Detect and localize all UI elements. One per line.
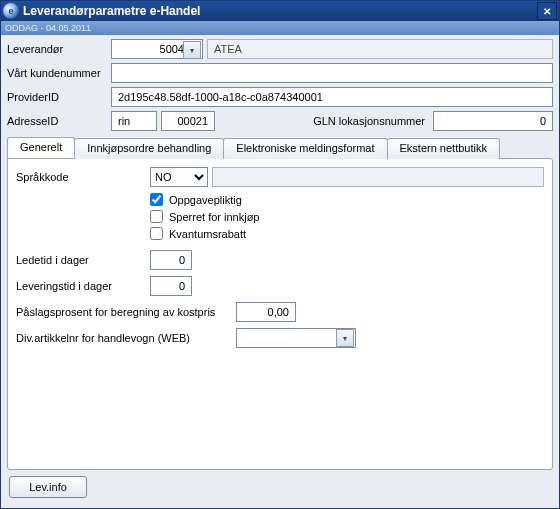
leverandor-id-value: 5004 [160, 43, 184, 55]
chevron-down-icon[interactable]: ▾ [336, 329, 354, 347]
tab-generelt[interactable]: Generelt [7, 137, 75, 158]
label-adresseid: AdresseID [7, 115, 107, 127]
sprakkode-desc [212, 167, 544, 187]
label-sperret: Sperret for innkjøp [169, 211, 259, 223]
gln-input[interactable] [433, 111, 553, 131]
window-title: Leverandørparametre e-Handel [23, 4, 200, 18]
label-leveringstid: Leveringstid i dager [16, 280, 150, 292]
label-vart-kundenr: Vårt kundenummer [7, 67, 107, 79]
label-kvantumsrabatt: Kvantumsrabatt [169, 228, 246, 240]
label-gln: GLN lokasjonsnummer [313, 115, 425, 127]
adresse-nr-input[interactable] [161, 111, 215, 131]
chk-sperret[interactable] [150, 210, 163, 223]
providerid-input[interactable] [111, 87, 553, 107]
leveringstid-input[interactable] [150, 276, 192, 296]
tab-panel-generelt: Språkkode NO Oppgavepliktig Sperret for … [7, 158, 553, 470]
paslag-input[interactable] [236, 302, 296, 322]
chk-kvantumsrabatt[interactable] [150, 227, 163, 240]
sprakkode-select[interactable]: NO [150, 167, 208, 187]
context-bar: ODDAG - 04.05.2011 [1, 21, 559, 35]
divart-combo[interactable]: ▾ [236, 328, 356, 348]
leverandor-id-combo[interactable]: 5004 ▾ [111, 39, 203, 59]
footer: Lev.info [1, 470, 559, 508]
label-ledetid: Ledetid i dager [16, 254, 150, 266]
label-providerid: ProviderID [7, 91, 107, 103]
label-oppgavepliktig: Oppgavepliktig [169, 194, 242, 206]
app-icon: e [3, 3, 19, 19]
label-divart: Div.artikkelnr for handlevogn (WEB) [16, 332, 236, 344]
lev-info-button[interactable]: Lev.info [9, 476, 87, 498]
adresse-code-input[interactable] [111, 111, 157, 131]
titlebar: e Leverandørparametre e-Handel ✕ [1, 1, 559, 21]
label-paslag: Påslagsprosent for beregning av kostpris [16, 306, 236, 318]
vart-kundenr-input[interactable] [111, 63, 553, 83]
leverandor-name: ATEA [207, 39, 553, 59]
ledetid-input[interactable] [150, 250, 192, 270]
tabs-container: Generelt Innkjøpsordre behandling Elektr… [7, 137, 553, 470]
tab-innkjopsordre[interactable]: Innkjøpsordre behandling [74, 138, 224, 159]
chevron-down-icon[interactable]: ▾ [183, 41, 201, 59]
tab-ekstern-nettbutikk[interactable]: Ekstern nettbutikk [387, 138, 500, 159]
chk-oppgavepliktig[interactable] [150, 193, 163, 206]
label-leverandor: Leverandør [7, 43, 107, 55]
window-root: e Leverandørparametre e-Handel ✕ ODDAG -… [0, 0, 560, 509]
header-form: Leverandør 5004 ▾ ATEA Vårt kundenummer … [1, 35, 559, 133]
tab-meldingsformat[interactable]: Elektroniske meldingsformat [223, 138, 387, 159]
label-sprakkode: Språkkode [16, 171, 150, 183]
close-icon[interactable]: ✕ [537, 2, 557, 20]
